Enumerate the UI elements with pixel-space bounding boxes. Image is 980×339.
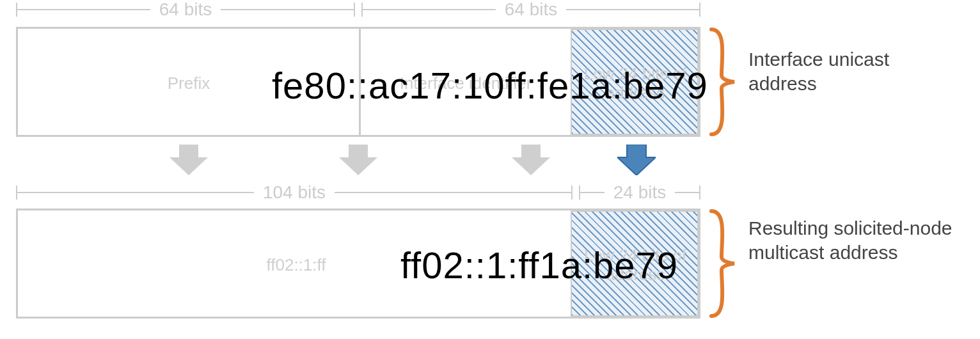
solicited-address-text: ff02::1:ff1a:be79 [400,244,678,287]
dim-label: 64 bits [150,1,221,19]
solicited-prefix-ghost: ff02::1:ff [266,256,326,275]
caption-solicited: Resulting solicited-node multicast addre… [748,216,960,264]
dimbar-bottom-right: 24 bits [579,183,700,202]
caption-unicast: Interface unicast address [748,47,960,95]
arrow-down-icon-blue [617,145,656,175]
diagram-stage: 64 bits 64 bits Prefix Interface identif… [0,0,980,339]
dim-label: 64 bits [496,1,567,19]
arrow-down-icon [512,145,550,175]
arrow-down-icon [170,145,208,175]
unicast-prefix-ghost: Prefix [168,74,210,93]
dim-label: 104 bits [254,184,335,201]
dimbar-top-left: 64 bits [16,0,355,19]
dimbar-bottom-left: 104 bits [16,183,573,202]
dim-label: 24 bits [605,184,676,201]
arrow-down-icon [339,145,377,175]
unicast-address-text: fe80::ac17:10ff:fe1a:be79 [272,64,708,107]
brace-icon-upper [709,27,737,137]
brace-icon-lower [709,209,737,319]
dimbar-top-right: 64 bits [361,0,700,19]
